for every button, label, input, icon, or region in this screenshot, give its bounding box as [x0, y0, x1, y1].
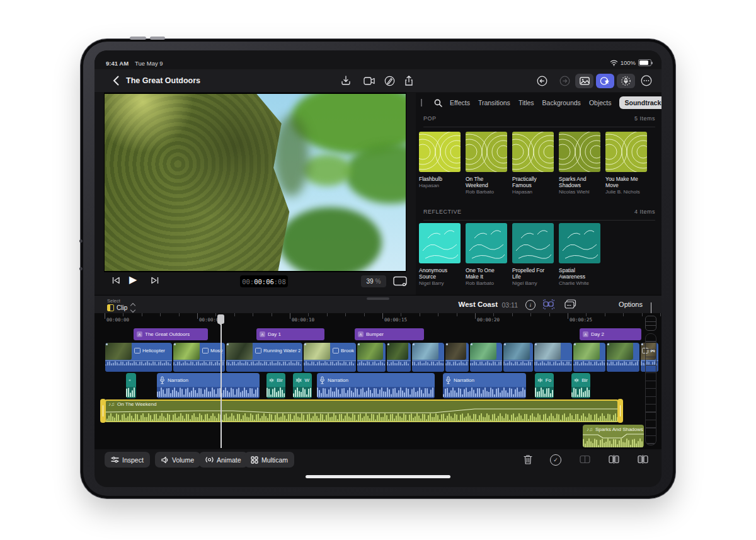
title-clip[interactable]: ADay 1	[256, 328, 324, 340]
title-clip[interactable]: ADay 2	[580, 328, 641, 340]
soundtrack-thumbnail[interactable]	[419, 223, 461, 263]
narration-clip[interactable]: Narration	[157, 373, 260, 398]
viewer-zoom-button[interactable]: 39%	[361, 275, 386, 287]
clip-label: ♪♫Sparks And Shadows	[587, 427, 643, 432]
fullscreen-display-icon[interactable]	[392, 275, 409, 287]
media-browser-button[interactable]	[575, 74, 593, 88]
volume-up-button[interactable]	[130, 37, 146, 40]
info-icon[interactable]: i	[525, 300, 536, 310]
soundtrack-thumbnail[interactable]	[466, 132, 507, 172]
play-button[interactable]: ▶	[129, 273, 137, 285]
volume-down-button[interactable]	[150, 37, 165, 40]
soundtrack-thumbnail[interactable]	[559, 223, 600, 263]
soundtrack-card[interactable]: You Make Me MoveJulie B. Nichols	[605, 132, 647, 207]
timecode-display[interactable]: 00:00:06:08	[240, 275, 288, 287]
options-button[interactable]: Options	[619, 301, 643, 308]
soundtrack-card[interactable]: Sparks And ShadowsNicolas Wiehl	[559, 132, 600, 207]
soundtrack-thumbnail[interactable]	[512, 223, 554, 263]
soundtrack-card[interactable]: Practically FamousHapasan	[512, 132, 554, 207]
share-icon[interactable]	[403, 75, 415, 86]
video-clip[interactable]	[357, 343, 386, 372]
video-clip[interactable]	[470, 343, 502, 372]
undo-icon[interactable]	[536, 75, 548, 86]
video-clip[interactable]: Running Water 2	[226, 343, 302, 372]
narration-clip[interactable]: Narration	[443, 373, 526, 398]
soundtrack-card[interactable]: Spatial AwarenessCharlie White	[559, 223, 600, 299]
video-clip[interactable]: Brook	[304, 343, 356, 372]
back-button[interactable]	[110, 75, 122, 86]
panel-drag-handle[interactable]	[421, 99, 422, 106]
soundtracks-browser-button[interactable]	[596, 74, 614, 88]
soundtrack-card[interactable]: Propelled For LifeNigel Barry	[512, 223, 554, 299]
soundtrack-card[interactable]: One To One Make ItRob Barbato	[466, 223, 507, 299]
video-clip[interactable]: Helicopter	[105, 343, 172, 372]
overlay-view-icon[interactable]	[564, 299, 576, 309]
soundtrack-thumbnail[interactable]	[466, 223, 507, 263]
soundtrack-thumbnail[interactable]	[605, 132, 647, 172]
import-media-icon[interactable]	[340, 75, 352, 86]
volume-button[interactable]: Volume	[155, 452, 200, 468]
tab-transitions[interactable]: Transitions	[478, 99, 510, 106]
soundtrack-card[interactable]: Anonymous SourceNigel Barry	[419, 223, 461, 299]
timeline-ruler[interactable]: 00:00:0000:00:0500:00:1000:00:1500:00:20…	[94, 313, 662, 327]
trim-handle-left[interactable]	[100, 399, 106, 423]
ambience-clip[interactable]	[126, 373, 136, 398]
ruler-major-tick	[105, 313, 105, 319]
waveform	[357, 361, 386, 365]
video-clip[interactable]	[607, 343, 639, 372]
video-viewer[interactable]	[104, 93, 406, 272]
more-options-icon[interactable]	[640, 75, 653, 86]
tab-backgrounds[interactable]: Backgrounds	[542, 99, 581, 106]
tab-soundtracks[interactable]: Soundtracks	[619, 96, 662, 109]
connect-marker	[535, 343, 537, 345]
music-clip[interactable]: ♪♫On The Weekend	[105, 399, 619, 422]
trim-start-icon[interactable]	[608, 454, 619, 465]
scene-enhance-icon[interactable]	[543, 299, 554, 309]
ambience-clip[interactable]: Bir	[571, 373, 590, 398]
connect-marker	[641, 343, 643, 345]
video-clip[interactable]	[445, 343, 469, 372]
inspect-button[interactable]: Inspect	[105, 452, 150, 468]
ambience-clip[interactable]: W	[293, 373, 312, 398]
track-height-slider[interactable]	[645, 316, 656, 445]
soundtrack-thumbnail[interactable]	[512, 132, 554, 172]
title-clip[interactable]: ABumper	[355, 328, 424, 340]
video-clip[interactable]	[412, 343, 444, 372]
trim-handle-right[interactable]	[617, 399, 623, 423]
home-indicator[interactable]	[306, 475, 450, 478]
skip-to-start-icon[interactable]	[112, 276, 120, 285]
approve-icon[interactable]: ✓	[550, 454, 561, 466]
animate-button[interactable]: Animate	[199, 452, 248, 468]
video-clip[interactable]: Mossy	[173, 343, 225, 372]
slider-handle[interactable]	[645, 316, 656, 331]
video-clip[interactable]	[534, 343, 572, 372]
delete-icon[interactable]	[522, 454, 534, 465]
playhead[interactable]	[220, 314, 222, 448]
pencil-tools-icon[interactable]	[383, 75, 396, 86]
soundtrack-card[interactable]: On The WeekendRob Barbato	[466, 132, 507, 207]
video-clip[interactable]	[573, 343, 605, 372]
music-clip[interactable]: ♪♫Sparks And Shadows	[583, 425, 644, 447]
video-clip[interactable]	[387, 343, 411, 372]
foliage	[303, 154, 351, 187]
voiceover-button[interactable]	[617, 74, 635, 88]
video-clip[interactable]	[503, 343, 533, 372]
soundtrack-thumbnail[interactable]	[419, 132, 461, 172]
title-clip[interactable]: AThe Great Outdoors	[134, 328, 208, 340]
ambience-clip[interactable]: Bir	[266, 373, 285, 398]
soundtrack-card[interactable]: FlashbulbHapasan	[419, 132, 461, 207]
skip-to-end-icon[interactable]	[151, 276, 159, 285]
multicam-button[interactable]: Multicam	[244, 452, 294, 468]
soundtrack-thumbnail[interactable]	[559, 132, 600, 172]
ambience-clip[interactable]: Fo	[535, 373, 554, 398]
timeline-header-bar: Select Clip West Coast 03:11 i Options	[94, 295, 662, 314]
camera-icon[interactable]	[363, 75, 375, 86]
tab-effects[interactable]: Effects	[450, 99, 470, 106]
tab-objects[interactable]: Objects	[589, 99, 612, 106]
tab-titles[interactable]: Titles	[518, 99, 534, 106]
playhead-handle[interactable]	[217, 314, 224, 324]
narration-clip[interactable]: Narration	[317, 373, 435, 398]
trim-end-icon[interactable]	[637, 454, 648, 465]
timeline-resize-handle[interactable]	[367, 297, 389, 300]
search-icon[interactable]	[434, 99, 442, 106]
